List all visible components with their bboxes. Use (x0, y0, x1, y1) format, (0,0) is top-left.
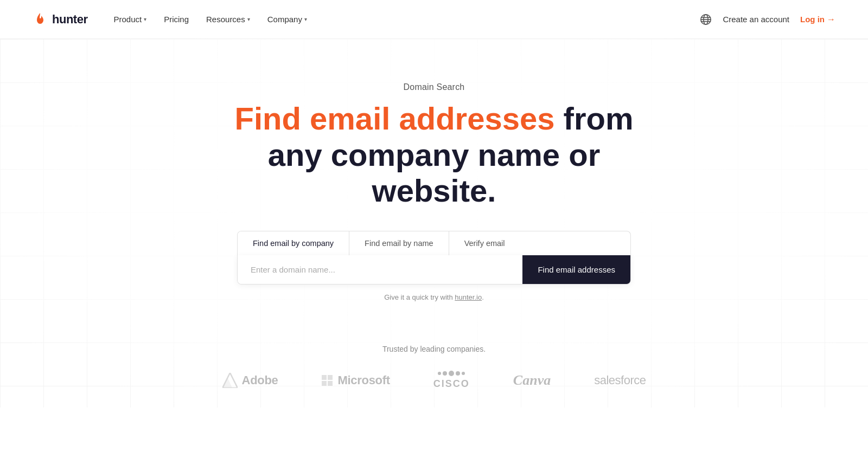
search-widget: Find email by company Find email by name… (237, 231, 631, 285)
quick-try-link[interactable]: hunter.io (455, 293, 482, 301)
hero-title: Find email addresses from any company na… (228, 101, 640, 209)
chevron-down-icon: ▾ (247, 16, 250, 22)
microsoft-logo: Microsoft (322, 373, 390, 387)
hero-content: Domain Search Find email addresses from … (222, 82, 646, 390)
navbar: hunter Product ▾ Pricing Resources ▾ Com… (0, 0, 868, 39)
nav-menu: Product ▾ Pricing Resources ▾ Company ▾ (107, 10, 313, 28)
login-button[interactable]: Log in → (800, 15, 835, 24)
adobe-logo: Adobe (222, 373, 278, 388)
nav-right: Create an account Log in → (700, 10, 835, 28)
tab-verify-email[interactable]: Verify email (449, 231, 520, 255)
search-box: Find email addresses (237, 255, 631, 285)
adobe-icon (222, 373, 238, 388)
brand-name: hunter (52, 12, 87, 27)
search-tabs: Find email by company Find email by name… (237, 231, 631, 255)
svg-marker-6 (222, 378, 232, 388)
nav-product[interactable]: Product ▾ (107, 10, 153, 28)
nav-resources[interactable]: Resources ▾ (200, 10, 257, 28)
hero-title-orange: Find email addresses (235, 101, 555, 136)
nav-left: hunter Product ▾ Pricing Resources ▾ Com… (33, 10, 314, 28)
hero-label: Domain Search (404, 82, 465, 92)
tab-find-by-name[interactable]: Find email by name (349, 231, 449, 255)
find-email-button[interactable]: Find email addresses (522, 255, 630, 284)
globe-icon[interactable] (700, 14, 712, 25)
chevron-down-icon: ▾ (304, 16, 307, 22)
cisco-logo: CISCO (433, 371, 470, 390)
salesforce-logo: salesforce (594, 373, 646, 387)
hunter-logo-icon (33, 12, 48, 27)
canva-logo: Canva (513, 372, 551, 389)
logo[interactable]: hunter (33, 12, 87, 27)
microsoft-text: Microsoft (338, 373, 390, 387)
arrow-icon: → (827, 15, 835, 24)
tab-find-by-company[interactable]: Find email by company (238, 231, 349, 255)
create-account-button[interactable]: Create an account (720, 10, 792, 28)
microsoft-icon (322, 375, 333, 386)
company-logos: Adobe Microsoft (222, 371, 646, 390)
chevron-down-icon: ▾ (144, 16, 146, 22)
canva-text: Canva (513, 372, 551, 389)
domain-search-input[interactable] (238, 255, 522, 284)
trusted-label: Trusted by leading companies. (382, 345, 486, 353)
adobe-text: Adobe (242, 373, 278, 387)
salesforce-text: salesforce (594, 373, 646, 387)
nav-company[interactable]: Company ▾ (261, 10, 314, 28)
hero-section: Domain Search Find email addresses from … (0, 39, 868, 408)
cisco-text: CISCO (433, 378, 470, 390)
nav-pricing[interactable]: Pricing (157, 10, 195, 28)
quick-try-text: Give it a quick try with hunter.io. (384, 293, 484, 301)
trusted-section: Trusted by leading companies. Adobe (222, 345, 646, 390)
cisco-icon: CISCO (433, 371, 470, 390)
